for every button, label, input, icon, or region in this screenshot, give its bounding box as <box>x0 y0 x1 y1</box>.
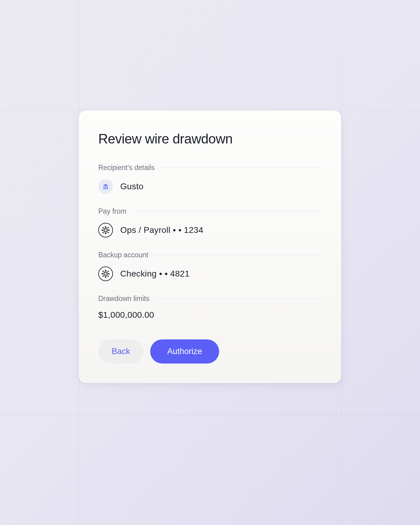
recipient-row: Gusto <box>98 179 322 194</box>
section-header: Drawdown limits <box>98 295 322 303</box>
svg-point-20 <box>103 276 103 277</box>
grid-line <box>0 415 420 415</box>
recipient-name: Gusto <box>120 182 143 191</box>
back-button[interactable]: Back <box>98 339 143 364</box>
svg-point-4 <box>104 229 107 231</box>
svg-point-14 <box>105 270 106 271</box>
svg-point-13 <box>104 273 107 275</box>
svg-rect-0 <box>104 186 104 188</box>
svg-point-5 <box>105 226 106 227</box>
svg-point-17 <box>108 273 110 274</box>
authorize-button[interactable]: Authorize <box>150 339 219 364</box>
section-label: Recipient's details <box>98 164 155 172</box>
backup-section: Backup account <box>98 251 322 281</box>
pay-from-row: Ops / Payroll • • 1234 <box>98 223 322 237</box>
svg-rect-2 <box>107 186 107 188</box>
review-card: Review wire drawdown Recipient's details… <box>79 110 341 383</box>
divider <box>160 168 322 168</box>
button-row: Back Authorize <box>98 339 322 364</box>
svg-point-19 <box>107 271 108 272</box>
limits-section: Drawdown limits $1,000,000.00 <box>98 295 322 320</box>
account-logo-icon <box>98 266 113 281</box>
svg-point-12 <box>107 232 108 233</box>
svg-rect-1 <box>105 186 106 188</box>
section-header: Backup account <box>98 251 322 259</box>
bank-icon <box>98 179 113 194</box>
account-logo-icon <box>98 223 113 237</box>
limit-amount: $1,000,000.00 <box>98 310 322 320</box>
divider <box>153 255 322 255</box>
svg-point-8 <box>108 230 110 231</box>
divider <box>154 299 322 299</box>
svg-point-16 <box>102 273 103 274</box>
svg-rect-3 <box>103 188 108 189</box>
section-label: Drawdown limits <box>98 295 149 303</box>
svg-point-11 <box>103 232 103 233</box>
section-header: Pay from <box>98 207 322 215</box>
page-title: Review wire drawdown <box>98 131 322 147</box>
svg-point-6 <box>105 233 106 234</box>
grid-line <box>341 0 342 525</box>
svg-point-10 <box>107 227 108 228</box>
pay-from-account: Ops / Payroll • • 1234 <box>120 225 203 235</box>
recipient-section: Recipient's details Gusto <box>98 164 322 194</box>
pay-from-section: Pay from <box>98 207 322 237</box>
svg-point-21 <box>107 276 108 277</box>
section-label: Backup account <box>98 251 148 259</box>
backup-row: Checking • • 4821 <box>98 266 322 281</box>
section-header: Recipient's details <box>98 164 322 172</box>
divider <box>131 211 322 212</box>
svg-point-18 <box>103 271 103 272</box>
svg-point-15 <box>105 277 106 278</box>
svg-point-7 <box>102 230 103 231</box>
backup-account: Checking • • 4821 <box>120 269 190 279</box>
section-label: Pay from <box>98 207 126 215</box>
svg-point-9 <box>103 227 103 228</box>
